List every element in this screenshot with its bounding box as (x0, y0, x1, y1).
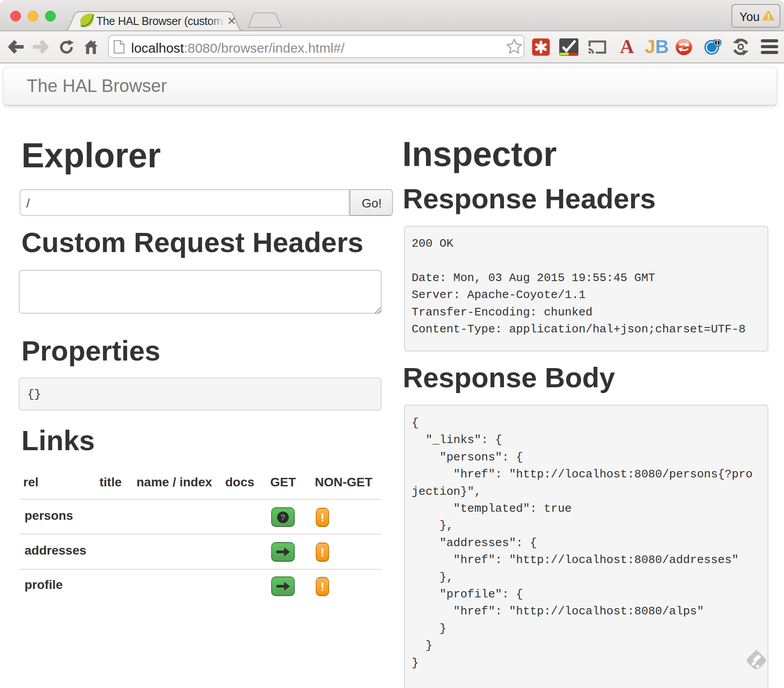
svg-text:?: ? (281, 513, 285, 522)
